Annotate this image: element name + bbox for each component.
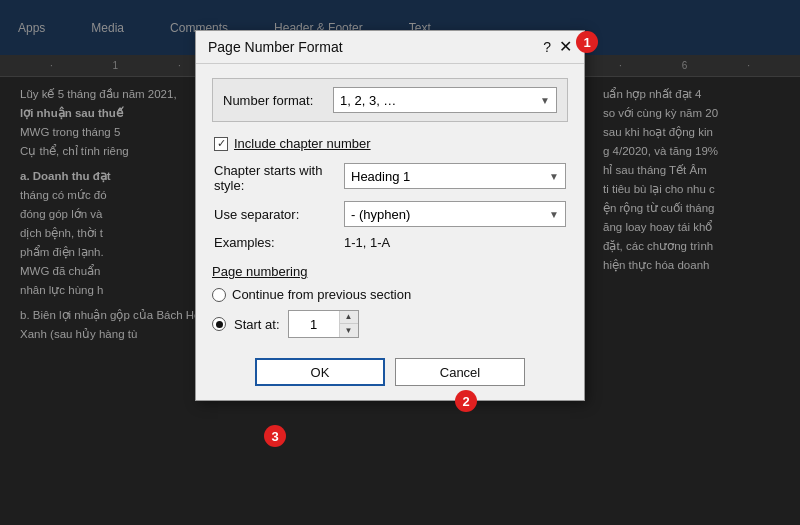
- start-at-input[interactable]: [289, 311, 339, 337]
- options-grid: Chapter starts with style: Heading 1 ▼ U…: [212, 163, 568, 250]
- chapter-style-arrow-icon: ▼: [549, 171, 559, 182]
- dialog-titlebar: Page Number Format ? ✕: [196, 31, 584, 64]
- badge-2: 2: [455, 390, 477, 412]
- number-format-row: Number format: 1, 2, 3, … ▼: [212, 78, 568, 122]
- page-number-format-dialog: Page Number Format ? ✕ Number format: 1,…: [195, 30, 585, 401]
- badge-3: 3: [264, 425, 286, 447]
- spinner-up-button[interactable]: ▲: [340, 311, 358, 324]
- dialog-buttons: OK Cancel: [212, 354, 568, 386]
- dialog-close-button[interactable]: ✕: [559, 39, 572, 55]
- spinner-down-button[interactable]: ▼: [340, 324, 358, 337]
- dialog-help-button[interactable]: ?: [543, 39, 551, 55]
- page-numbering-section: Page numbering Continue from previous se…: [212, 264, 568, 338]
- number-format-arrow-icon: ▼: [540, 95, 550, 106]
- start-at-row: Start at: ▲ ▼: [212, 310, 568, 338]
- include-chapter-row: ✓ Include chapter number: [212, 136, 568, 151]
- dialog-title: Page Number Format: [208, 39, 343, 55]
- separator-label: Use separator:: [214, 201, 344, 227]
- spinner-buttons: ▲ ▼: [339, 311, 358, 337]
- separator-select[interactable]: - (hyphen) ▼: [344, 201, 566, 227]
- start-at-label: Start at:: [234, 317, 280, 332]
- include-chapter-checkbox[interactable]: ✓: [214, 137, 228, 151]
- separator-arrow-icon: ▼: [549, 209, 559, 220]
- page-numbering-title: Page numbering: [212, 264, 568, 279]
- chapter-style-label: Chapter starts with style:: [214, 163, 344, 193]
- examples-value: 1-1, 1-A: [344, 235, 566, 250]
- continue-radio-row[interactable]: Continue from previous section: [212, 287, 568, 302]
- number-format-label: Number format:: [223, 93, 323, 108]
- number-format-select[interactable]: 1, 2, 3, … ▼: [333, 87, 557, 113]
- ok-button[interactable]: OK: [255, 358, 385, 386]
- include-chapter-label: Include chapter number: [234, 136, 371, 151]
- separator-value: - (hyphen): [351, 207, 410, 222]
- chapter-style-select[interactable]: Heading 1 ▼: [344, 163, 566, 189]
- number-format-value: 1, 2, 3, …: [340, 93, 396, 108]
- dialog-titlebar-right: ? ✕: [543, 39, 572, 55]
- start-at-radio-button[interactable]: [212, 317, 226, 331]
- badge-1: 1: [576, 31, 598, 53]
- continue-radio-button[interactable]: [212, 288, 226, 302]
- chapter-style-value: Heading 1: [351, 169, 410, 184]
- start-at-input-wrapper: ▲ ▼: [288, 310, 359, 338]
- examples-label: Examples:: [214, 235, 344, 250]
- continue-radio-label: Continue from previous section: [232, 287, 411, 302]
- dialog-body: Number format: 1, 2, 3, … ▼ ✓ Include ch…: [196, 64, 584, 400]
- cancel-button[interactable]: Cancel: [395, 358, 525, 386]
